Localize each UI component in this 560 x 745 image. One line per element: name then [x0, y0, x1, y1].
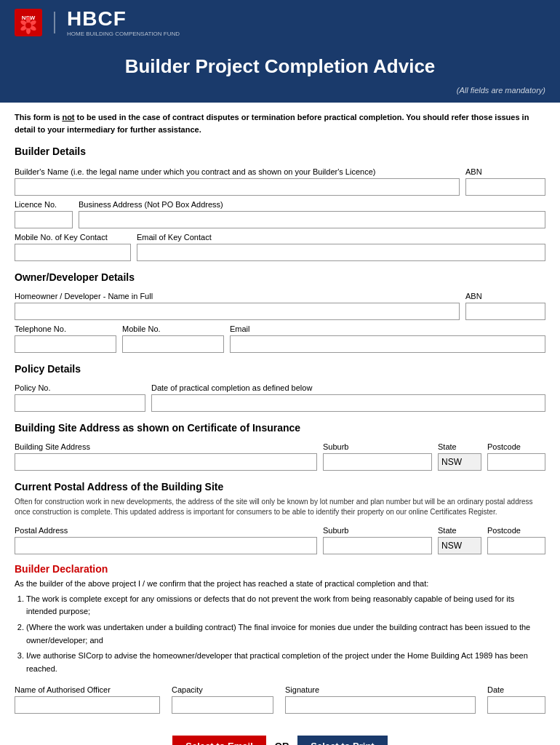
site-address-input[interactable] [15, 453, 317, 471]
site-postcode-label: Postcode [487, 442, 545, 451]
homeowner-abn-labels: Homeowner / Developer - Name in Full ABN [15, 287, 545, 303]
business-address-label: Business Address (Not PO Box Address) [79, 200, 545, 209]
owner-mobile-input[interactable] [122, 335, 224, 353]
licence-label: Licence No. [15, 200, 73, 209]
owner-email-input[interactable] [230, 335, 545, 353]
logo-divider [54, 12, 55, 33]
hbcf-text: HBCF [67, 7, 127, 30]
postal-addr-row: NSW [15, 537, 545, 554]
owner-developer-title: Owner/Developer Details [15, 271, 545, 283]
declaration-list: The work is complete except for any omis… [26, 593, 545, 676]
tel-mob-email-row [15, 335, 545, 353]
policy-details-title: Policy Details [15, 363, 545, 375]
site-addr-row: NSW [15, 453, 545, 471]
policy-no-input[interactable] [15, 394, 145, 412]
site-addr-labels: Building Site Address Suburb State Postc… [15, 438, 545, 453]
building-site-section: Building Site Address as shown on Certif… [15, 422, 545, 471]
owner-mobile-label: Mobile No. [122, 324, 224, 333]
signature-input[interactable] [285, 696, 476, 714]
declaration-item-3: I/we authorise SICorp to advise the home… [26, 650, 545, 675]
select-to-print-button[interactable]: Select to Print [297, 736, 387, 745]
declaration-item-1: The work is complete except for any omis… [26, 593, 545, 618]
warning-text: This form is not to be used in the case … [15, 111, 545, 135]
owner-abn-input[interactable] [465, 303, 545, 320]
date-signed-label: Date [487, 685, 545, 694]
authorised-officer-label: Name of Authorised Officer [15, 685, 160, 694]
homeowner-label: Homeowner / Developer - Name in Full [15, 292, 460, 300]
warning-not: not [62, 113, 74, 121]
licence-input[interactable] [15, 211, 73, 228]
signature-label: Signature [285, 685, 476, 694]
builder-declaration-title: Builder Declaration [15, 563, 545, 575]
builder-name-abn-labels: Builder's Name (i.e. the legal name unde… [15, 163, 545, 178]
content: This form is not to be used in the case … [0, 103, 560, 722]
main-title: Builder Project Completion Advice [15, 55, 545, 78]
mobile-email-row [15, 244, 545, 261]
building-site-title: Building Site Address as shown on Certif… [15, 422, 545, 434]
site-postcode-input[interactable] [487, 453, 545, 471]
licence-address-row [15, 211, 545, 228]
hbcf-brand: HBCF HOME BUILDING COMPENSATION FUND [67, 7, 180, 38]
header-bar: NSW HBCF HOME BUILDING COMPENSATION FUND [0, 0, 560, 45]
authorised-officer-input[interactable] [15, 696, 160, 714]
builder-abn-input[interactable] [465, 178, 545, 196]
officer-row-labels: Name of Authorised Officer Capacity Sign… [15, 681, 545, 696]
site-state-label: State [438, 442, 481, 451]
title-bar: Builder Project Completion Advice [0, 45, 560, 84]
declaration-item-2: (Where the work was undertaken under a b… [26, 621, 545, 647]
business-address-input[interactable] [79, 211, 545, 228]
policy-date-labels: Policy No. Date of practical completion … [15, 379, 545, 394]
warning-prefix: This form is [15, 113, 62, 121]
postal-state-label: State [438, 526, 481, 535]
postal-suburb-input[interactable] [323, 537, 432, 554]
date-signed-input[interactable] [487, 696, 545, 714]
mobile-email-labels: Mobile No. of Key Contact Email of Key C… [15, 228, 545, 244]
postal-state-value: NSW [438, 537, 481, 554]
site-suburb-label: Suburb [323, 442, 432, 451]
footer-buttons: Select to Email OR Select to Print [0, 728, 560, 745]
builder-abn-label: ABN [465, 167, 545, 176]
logo-area: NSW HBCF HOME BUILDING COMPENSATION FUND [15, 7, 180, 38]
postal-address-input[interactable] [15, 537, 317, 554]
mobile-key-contact-input[interactable] [15, 244, 131, 261]
site-state-value: NSW [438, 453, 481, 471]
postal-address-title: Current Postal Address of the Building S… [15, 481, 545, 493]
mobile-key-contact-label: Mobile No. of Key Contact [15, 233, 131, 242]
capacity-label: Capacity [172, 685, 273, 694]
postal-postcode-label: Postcode [487, 526, 545, 535]
postal-suburb-label: Suburb [323, 526, 432, 535]
tel-mob-email-labels: Telephone No. Mobile No. Email [15, 320, 545, 335]
builders-name-input[interactable] [15, 178, 460, 196]
homeowner-name-input[interactable] [15, 303, 460, 320]
postal-description: Often for construction work in new devel… [15, 497, 545, 517]
policy-no-label: Policy No. [15, 383, 145, 392]
mandatory-note: (All fields are mandatory) [457, 86, 545, 95]
owner-abn-label: ABN [465, 292, 545, 300]
svg-point-9 [25, 23, 31, 28]
select-to-email-button[interactable]: Select to Email [172, 736, 265, 745]
warning-suffix: to be used in the case of contract dispu… [15, 113, 529, 134]
email-key-contact-label: Email of Key Contact [137, 233, 545, 242]
email-key-contact-input[interactable] [137, 244, 545, 261]
nsw-logo: NSW [15, 9, 42, 36]
officer-row-inputs [15, 696, 545, 714]
page: NSW HBCF HOME BUILDING COMPENSATION FUND [0, 0, 560, 745]
builders-name-label: Builder's Name (i.e. the legal name unde… [15, 167, 460, 176]
licence-address-labels: Licence No. Business Address (Not PO Box… [15, 196, 545, 211]
logo-subtitle: HOME BUILDING COMPENSATION FUND [67, 31, 180, 38]
capacity-input[interactable] [172, 696, 273, 714]
postal-address-label: Postal Address [15, 526, 317, 535]
postal-postcode-input[interactable] [487, 537, 545, 554]
declaration-intro: As the builder of the above project I / … [15, 578, 545, 590]
builder-details-title: Builder Details [15, 146, 545, 157]
date-label: Date of practical completion as defined … [151, 383, 545, 392]
policy-date-row [15, 394, 545, 412]
homeowner-abn-row [15, 303, 545, 320]
date-input[interactable] [151, 394, 545, 412]
subtitle-bar: (All fields are mandatory) [0, 84, 560, 103]
builder-name-abn-row [15, 178, 545, 196]
site-address-label: Building Site Address [15, 442, 317, 451]
site-suburb-input[interactable] [323, 453, 432, 471]
telephone-input[interactable] [15, 335, 116, 353]
or-text: OR [275, 741, 289, 745]
